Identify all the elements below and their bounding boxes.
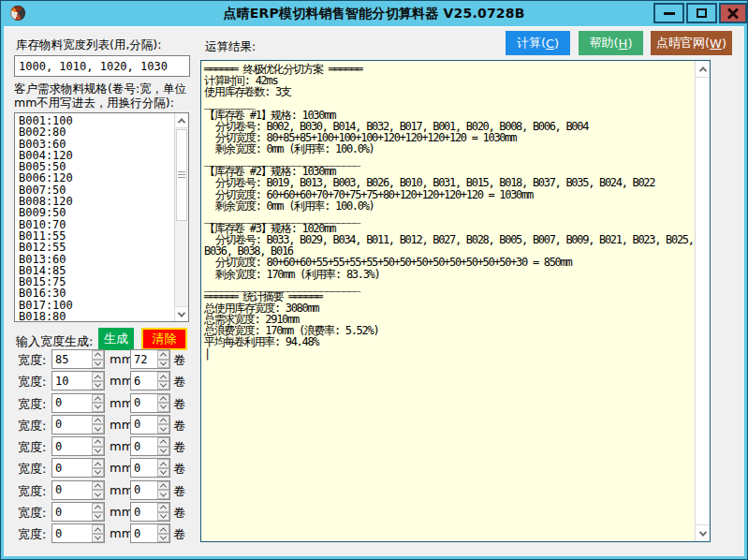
spin-down-button[interactable] — [92, 534, 104, 543]
spin-up-button[interactable] — [157, 416, 169, 425]
scroll-down-button[interactable] — [696, 524, 710, 541]
roll-count-input[interactable] — [131, 437, 159, 455]
spin-down-button[interactable] — [92, 424, 104, 434]
spin-up-button[interactable] — [92, 350, 104, 360]
minimize-button[interactable] — [653, 3, 684, 23]
spin-down-button[interactable] — [157, 534, 169, 543]
stock-width-input[interactable] — [14, 55, 190, 77]
spin-up-button[interactable] — [92, 372, 104, 381]
official-site-button[interactable]: 点晴官网(W) — [651, 31, 732, 55]
chevron-up-icon — [698, 66, 706, 74]
spin-up-button[interactable] — [157, 503, 169, 512]
spin-down-button[interactable] — [92, 490, 104, 499]
width-row: 宽度: mm — [15, 371, 198, 391]
width-input-rows: 宽度: mm — [15, 349, 198, 546]
list-item[interactable]: B012:55 — [19, 242, 174, 253]
width-mm-input[interactable] — [52, 437, 94, 455]
spin-down-button[interactable] — [92, 381, 104, 391]
result-line: 【库存卷 #1】规格: 1030mm — [204, 110, 694, 121]
maximize-button[interactable] — [686, 3, 717, 23]
spin-up-button[interactable] — [92, 459, 104, 468]
spin-down-button[interactable] — [157, 360, 169, 369]
calculate-button[interactable]: 计算(C) — [506, 31, 570, 55]
demand-listbox[interactable]: B001:100B002:80B003:60B004:120B005:50B00… — [14, 112, 189, 322]
minimize-icon — [664, 12, 675, 15]
spin-down-button[interactable] — [157, 403, 169, 412]
app-window: 点晴ERP模切料销售智能分切算料器 V25.0728B 库存物料宽度列表(用,分… — [0, 0, 748, 560]
roll-count-input[interactable] — [131, 416, 159, 434]
spin-up-button[interactable] — [157, 372, 169, 381]
list-item[interactable]: B002:80 — [19, 126, 174, 138]
stock-width-label: 库存物料宽度列表(用,分隔): — [16, 37, 161, 53]
width-row: 宽度: mm — [15, 523, 198, 543]
spin-up-button[interactable] — [157, 350, 169, 360]
roll-count-input[interactable] — [131, 481, 159, 499]
label-part: 点晴官网( — [656, 35, 710, 52]
width-mm-input[interactable] — [52, 503, 94, 521]
spin-up-button[interactable] — [92, 524, 104, 534]
spin-up-button[interactable] — [92, 481, 104, 491]
spin-down-button[interactable] — [157, 490, 169, 499]
chevron-down-icon — [95, 381, 101, 388]
scroll-down-button[interactable] — [175, 306, 188, 321]
listbox-scrollbar[interactable] — [174, 113, 188, 321]
unit-roll-label: 卷 — [173, 374, 185, 391]
result-output[interactable]: ══════ 终极优化分切方案 ══════计算时间: 42ms使用库存卷数: … — [200, 60, 711, 542]
generate-button[interactable]: 生成 — [98, 328, 134, 350]
clear-button[interactable]: 清除 — [141, 328, 187, 350]
spin-down-button[interactable] — [92, 360, 104, 369]
spin-up-button[interactable] — [92, 503, 104, 512]
width-mm-input[interactable] — [52, 524, 94, 542]
list-item[interactable]: B016:30 — [19, 287, 174, 299]
spin-up-button[interactable] — [92, 437, 104, 447]
spin-up-button[interactable] — [157, 459, 169, 468]
width-mm-input[interactable] — [52, 394, 94, 412]
width-mm-spinner — [51, 480, 105, 500]
help-button[interactable]: 帮助(H) — [579, 31, 643, 55]
spinner-buttons — [92, 372, 104, 390]
width-label: 宽度: — [18, 461, 46, 478]
spinner-buttons — [157, 503, 169, 521]
close-button[interactable] — [719, 3, 747, 23]
spin-down-button[interactable] — [157, 468, 169, 478]
spin-down-button[interactable] — [157, 512, 169, 522]
width-mm-input[interactable] — [52, 416, 94, 434]
list-item[interactable]: B018:80 — [19, 311, 174, 322]
scroll-up-button[interactable] — [175, 113, 188, 128]
spin-down-button[interactable] — [157, 424, 169, 434]
width-row: 宽度: mm — [15, 502, 198, 522]
width-row: 宽度: mm — [15, 393, 198, 413]
scroll-up-button[interactable] — [696, 61, 710, 78]
unit-roll-label: 卷 — [173, 352, 185, 369]
roll-count-input[interactable] — [131, 350, 159, 368]
scrollbar-thumb[interactable] — [176, 129, 187, 221]
spin-down-button[interactable] — [92, 512, 104, 522]
width-mm-spinner — [51, 502, 105, 522]
label-part: ) — [627, 37, 632, 51]
roll-count-input[interactable] — [131, 503, 159, 521]
spin-up-button[interactable] — [92, 416, 104, 425]
spin-up-button[interactable] — [157, 524, 169, 534]
list-item[interactable]: B006:120 — [19, 172, 174, 184]
spin-down-button[interactable] — [92, 403, 104, 412]
spin-down-button[interactable] — [92, 447, 104, 456]
roll-count-input[interactable] — [131, 394, 159, 412]
roll-count-input[interactable] — [131, 524, 159, 542]
roll-count-input[interactable] — [131, 459, 159, 477]
spin-up-button[interactable] — [157, 481, 169, 491]
width-mm-input[interactable] — [52, 372, 94, 390]
spin-down-button[interactable] — [157, 381, 169, 391]
width-mm-input[interactable] — [52, 350, 94, 368]
spinner-buttons — [92, 416, 104, 434]
width-mm-spinner — [51, 523, 105, 543]
list-item[interactable]: B013:60 — [19, 254, 174, 265]
spin-down-button[interactable] — [157, 447, 169, 456]
output-scrollbar[interactable] — [695, 61, 710, 541]
width-mm-input[interactable] — [52, 481, 94, 499]
list-item[interactable]: B009:50 — [19, 207, 174, 218]
roll-count-input[interactable] — [131, 372, 159, 390]
width-label: 宽度: — [18, 505, 46, 522]
width-mm-input[interactable] — [52, 459, 94, 477]
spin-up-button[interactable] — [157, 437, 169, 447]
spin-down-button[interactable] — [92, 468, 104, 478]
